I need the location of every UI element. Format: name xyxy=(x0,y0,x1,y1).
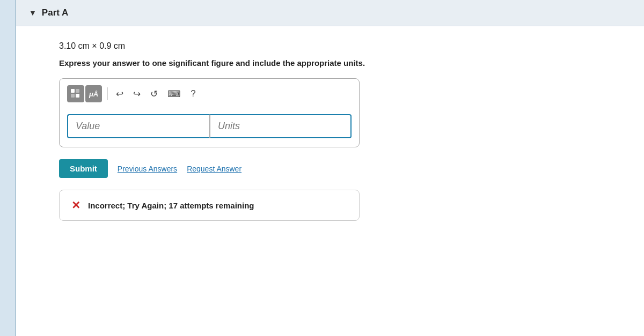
help-button[interactable]: ? xyxy=(188,87,198,100)
keyboard-icon: ⌨ xyxy=(167,88,181,100)
grid-button[interactable] xyxy=(67,85,84,102)
chevron-down-icon: ▼ xyxy=(29,9,36,17)
units-input[interactable] xyxy=(210,114,352,138)
undo-icon: ↩ xyxy=(116,88,123,100)
svg-rect-3 xyxy=(76,94,79,98)
feedback-box: ✕ Incorrect; Try Again; 17 attempts rema… xyxy=(59,190,360,221)
submit-button[interactable]: Submit xyxy=(59,159,108,178)
svg-rect-2 xyxy=(71,94,75,98)
instruction-text: Express your answer to one significant f… xyxy=(59,58,601,68)
svg-rect-0 xyxy=(71,89,75,93)
help-icon: ? xyxy=(191,88,195,99)
part-a-title: Part A xyxy=(42,8,68,18)
mu-label: μÅ xyxy=(89,90,98,98)
reset-icon: ↺ xyxy=(150,88,158,100)
request-answer-button[interactable]: Request Answer xyxy=(187,165,241,173)
toolbar-btn-group: μÅ xyxy=(67,85,102,102)
separator xyxy=(107,87,108,100)
previous-answers-button[interactable]: Previous Answers xyxy=(118,165,177,173)
answer-box: μÅ ↩ ↪ ↺ ⌨ xyxy=(59,78,360,147)
undo-button[interactable]: ↩ xyxy=(113,87,126,101)
main-content: ▼ Part A 3.10 cm × 0.9 cm Express your a… xyxy=(16,0,644,336)
equation-line: 3.10 cm × 0.9 cm xyxy=(59,41,601,51)
left-sidebar xyxy=(0,0,16,336)
keyboard-button[interactable]: ⌨ xyxy=(165,87,184,101)
mu-button[interactable]: μÅ xyxy=(85,85,102,102)
input-row xyxy=(67,114,352,138)
redo-button[interactable]: ↪ xyxy=(130,87,143,101)
content-area: 3.10 cm × 0.9 cm Express your answer to … xyxy=(16,26,644,236)
error-icon: ✕ xyxy=(71,199,80,212)
page-wrapper: ▼ Part A 3.10 cm × 0.9 cm Express your a… xyxy=(0,0,644,336)
action-row: Submit Previous Answers Request Answer xyxy=(59,159,601,178)
feedback-text: Incorrect; Try Again; 17 attempts remain… xyxy=(88,201,254,210)
toolbar: μÅ ↩ ↪ ↺ ⌨ xyxy=(67,85,352,107)
reset-button[interactable]: ↺ xyxy=(148,87,160,101)
svg-rect-1 xyxy=(76,89,79,93)
redo-icon: ↪ xyxy=(133,88,141,100)
part-a-header: ▼ Part A xyxy=(16,0,644,26)
value-input[interactable] xyxy=(67,114,210,138)
